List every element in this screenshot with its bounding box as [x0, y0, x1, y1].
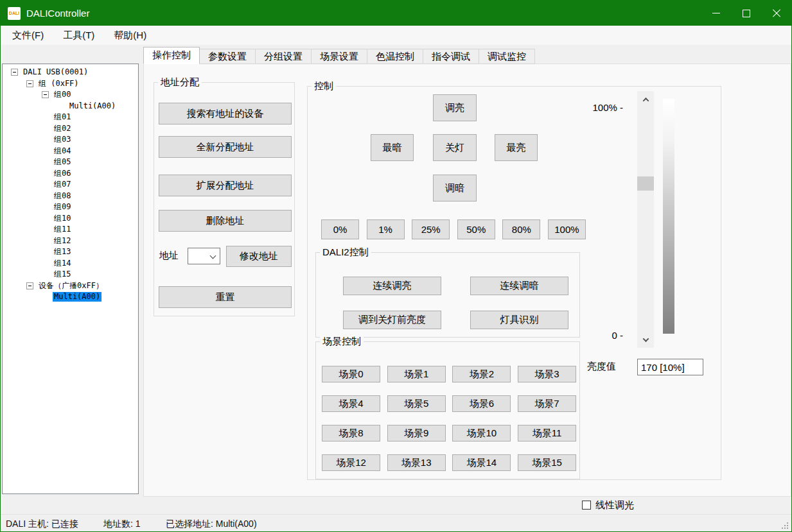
- scene-button-13[interactable]: 场景13: [387, 454, 446, 471]
- tree-item-label: 组04: [53, 146, 72, 156]
- chevron-up-icon: [642, 97, 649, 103]
- tree-item[interactable]: DALI USB(0001): [3, 67, 138, 78]
- address-group-title: 地址分配: [158, 76, 202, 89]
- tree-item[interactable]: 组00: [3, 89, 138, 101]
- percent-button-0%[interactable]: 0%: [321, 219, 359, 239]
- scene-button-12[interactable]: 场景12: [322, 454, 380, 471]
- scene-button-8[interactable]: 场景8: [322, 425, 380, 442]
- tree-item[interactable]: 组15: [3, 269, 138, 280]
- linear-dim-checkbox[interactable]: [582, 501, 591, 510]
- brightness-value-box[interactable]: 170 [10%]: [637, 359, 703, 375]
- min-level-button[interactable]: 最暗: [371, 134, 414, 161]
- device-tree: DALI USB(0001)组 (0xFF)组00Multi(A00)组01组0…: [2, 64, 139, 494]
- max-level-button[interactable]: 最亮: [495, 134, 538, 161]
- percent-button-80%[interactable]: 80%: [502, 219, 540, 239]
- lamp-identify-button[interactable]: 灯具识别: [470, 311, 568, 329]
- close-button[interactable]: [761, 1, 791, 26]
- tab-1[interactable]: 参数设置: [200, 49, 256, 64]
- address-combobox[interactable]: [188, 248, 220, 264]
- reset-button[interactable]: 重置: [159, 286, 292, 308]
- tree-item[interactable]: 组12: [3, 236, 138, 247]
- scene-button-3[interactable]: 场景3: [518, 366, 576, 382]
- scrollbar-thumb[interactable]: [637, 176, 654, 191]
- tree-item[interactable]: Multi(A00): [3, 291, 138, 303]
- collapse-icon[interactable]: [26, 282, 33, 289]
- search-addressed-devices-button[interactable]: 搜索有地址的设备: [159, 103, 292, 124]
- tree-item[interactable]: 组 (0xFF): [3, 78, 138, 90]
- resize-grip-icon[interactable]: [787, 528, 788, 529]
- assign-new-addresses-button[interactable]: 全新分配地址: [159, 136, 292, 158]
- scene-button-6[interactable]: 场景6: [452, 395, 511, 412]
- maximize-button[interactable]: [731, 1, 761, 26]
- tree-item-label: Multi(A00): [53, 292, 101, 302]
- tree-item[interactable]: 组08: [3, 191, 138, 202]
- tree-item-label: 组00: [53, 90, 72, 99]
- tree-item[interactable]: Multi(A00): [3, 101, 138, 112]
- collapse-icon[interactable]: [11, 69, 18, 76]
- menu-item[interactable]: 帮助(H): [106, 28, 154, 44]
- brightness-value-label: 亮度值: [587, 361, 616, 373]
- goto-last-level-button[interactable]: 调到关灯前亮度: [343, 311, 441, 329]
- continuous-dim-down-button[interactable]: 连续调暗: [470, 277, 568, 295]
- scene-button-9[interactable]: 场景9: [387, 425, 446, 442]
- scene-button-4[interactable]: 场景4: [322, 395, 380, 412]
- percent-button-50%[interactable]: 50%: [457, 219, 495, 239]
- scene-group-title: 场景控制: [320, 336, 364, 348]
- scene-button-1[interactable]: 场景1: [387, 366, 446, 382]
- minimize-button[interactable]: [701, 1, 731, 26]
- tree-item[interactable]: 组10: [3, 213, 138, 225]
- tree-item[interactable]: 组07: [3, 179, 138, 191]
- scene-button-2[interactable]: 场景2: [452, 366, 511, 382]
- collapse-icon[interactable]: [26, 80, 33, 87]
- menu-item[interactable]: 工具(T): [55, 28, 102, 44]
- tree-item[interactable]: 组03: [3, 134, 138, 146]
- percent-button-100%[interactable]: 100%: [548, 219, 586, 239]
- address-allocation-group: 地址分配 搜索有地址的设备 全新分配地址 扩展分配地址 删除地址 地址 修改地址…: [154, 82, 295, 316]
- tree-item[interactable]: 组11: [3, 224, 138, 236]
- collapse-icon[interactable]: [42, 91, 49, 98]
- tab-4[interactable]: 色温控制: [367, 49, 423, 64]
- tree-item[interactable]: 组05: [3, 157, 138, 168]
- tree-item-label: 组06: [53, 169, 72, 178]
- dim-down-button[interactable]: 调暗: [433, 175, 477, 202]
- scene-button-7[interactable]: 场景7: [518, 395, 576, 412]
- tab-3[interactable]: 场景设置: [312, 49, 367, 64]
- scene-button-11[interactable]: 场景11: [518, 425, 576, 442]
- delete-address-button[interactable]: 删除地址: [159, 210, 292, 232]
- dim-up-button[interactable]: 调亮: [433, 94, 477, 121]
- status-selected-address: 已选择地址: Multi(A00): [166, 519, 257, 530]
- tab-5[interactable]: 指令调试: [423, 49, 479, 64]
- tree-item[interactable]: 组06: [3, 168, 138, 180]
- menu-item[interactable]: 文件(F): [4, 28, 51, 44]
- scene-button-14[interactable]: 场景14: [452, 454, 511, 471]
- tab-6[interactable]: 调试监控: [479, 49, 535, 64]
- scene-button-0[interactable]: 场景0: [322, 366, 380, 382]
- tab-2[interactable]: 分组设置: [256, 49, 312, 64]
- tree-item[interactable]: 组02: [3, 123, 138, 135]
- scene-button-10[interactable]: 场景10: [452, 425, 511, 442]
- tree-item[interactable]: 组09: [3, 202, 138, 213]
- tree-item-label: 组11: [53, 225, 72, 234]
- continuous-dim-up-button[interactable]: 连续调亮: [343, 277, 441, 295]
- tree-item[interactable]: 组04: [3, 146, 138, 157]
- percent-button-1%[interactable]: 1%: [367, 219, 405, 239]
- tree-item[interactable]: 组01: [3, 112, 138, 123]
- scene-button-15[interactable]: 场景15: [518, 454, 576, 471]
- tree-item[interactable]: 组14: [3, 258, 138, 270]
- extend-assign-addresses-button[interactable]: 扩展分配地址: [159, 175, 292, 196]
- tab-0[interactable]: 操作控制: [143, 47, 200, 64]
- lamp-off-button[interactable]: 关灯: [433, 134, 477, 161]
- tree-item-label: 组10: [53, 214, 72, 223]
- scene-button-5[interactable]: 场景5: [387, 395, 446, 412]
- tree-item-label: 组05: [53, 157, 72, 167]
- control-group-title: 控制: [312, 80, 336, 92]
- modify-address-button[interactable]: 修改地址: [226, 246, 292, 267]
- percent-button-25%[interactable]: 25%: [412, 219, 450, 239]
- scroll-down-button[interactable]: [637, 331, 654, 348]
- tree-item-label: 组02: [53, 124, 72, 133]
- tree-item[interactable]: 设备（广播0xFF）: [3, 280, 138, 292]
- scroll-up-button[interactable]: [637, 91, 654, 108]
- tree-item[interactable]: 组13: [3, 246, 138, 258]
- linear-dim-label: 线性调光: [595, 499, 634, 511]
- brightness-scrollbar[interactable]: [637, 91, 654, 348]
